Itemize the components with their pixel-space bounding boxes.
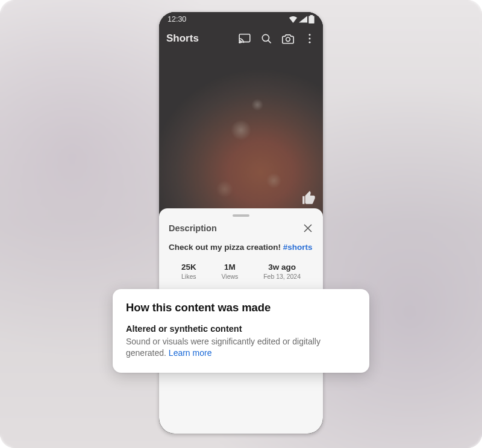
disclosure-subheading: Altered or synthetic content xyxy=(126,324,356,334)
svg-point-6 xyxy=(308,37,310,39)
video-caption: Check out my pizza creation! #shorts xyxy=(169,242,313,253)
cast-icon[interactable] xyxy=(239,33,251,45)
shorts-header: Shorts xyxy=(159,26,323,51)
svg-point-2 xyxy=(262,34,269,41)
svg-line-3 xyxy=(268,40,271,43)
svg-point-5 xyxy=(308,34,310,36)
status-bar: 12:30 xyxy=(159,12,323,26)
stats-row: 25K Likes 1M Views 3w ago Feb 13, 2024 xyxy=(169,263,313,280)
background-canvas: 12:30 Shorts xyxy=(0,0,482,448)
stat-label: Views xyxy=(222,273,239,280)
search-icon[interactable] xyxy=(260,33,272,45)
disclosure-body: Sound or visuals were significantly edit… xyxy=(126,336,356,359)
stat-value: 25K xyxy=(181,263,196,272)
disclosure-heading: How this content was made xyxy=(126,301,356,314)
battery-icon xyxy=(308,15,315,23)
more-vertical-icon[interactable] xyxy=(304,33,316,45)
cell-signal-icon xyxy=(299,16,307,23)
status-time: 12:30 xyxy=(167,15,186,23)
stat-label: Likes xyxy=(181,273,196,280)
caption-hashtag[interactable]: #shorts xyxy=(283,243,313,252)
caption-text: Check out my pizza creation! xyxy=(169,243,283,252)
disclosure-text: Sound or visuals were significantly edit… xyxy=(126,337,321,358)
stat-date: 3w ago Feb 13, 2024 xyxy=(263,263,301,280)
sheet-title: Description xyxy=(169,223,217,233)
learn-more-link[interactable]: Learn more xyxy=(169,348,212,358)
wifi-icon xyxy=(289,16,298,23)
close-icon[interactable] xyxy=(302,223,313,234)
stat-views: 1M Views xyxy=(222,263,239,280)
status-icons xyxy=(289,15,315,23)
drag-handle[interactable] xyxy=(233,214,249,217)
disclosure-card: How this content was made Altered or syn… xyxy=(113,289,369,373)
svg-point-4 xyxy=(286,37,290,42)
stat-value: 1M xyxy=(222,263,239,272)
svg-point-1 xyxy=(239,42,240,43)
stat-label: Feb 13, 2024 xyxy=(263,273,301,280)
like-icon[interactable] xyxy=(301,190,317,208)
stat-value: 3w ago xyxy=(263,263,301,272)
shorts-title: Shorts xyxy=(166,33,199,45)
stat-likes: 25K Likes xyxy=(181,263,196,280)
svg-point-7 xyxy=(308,42,310,43)
camera-icon[interactable] xyxy=(282,33,294,45)
